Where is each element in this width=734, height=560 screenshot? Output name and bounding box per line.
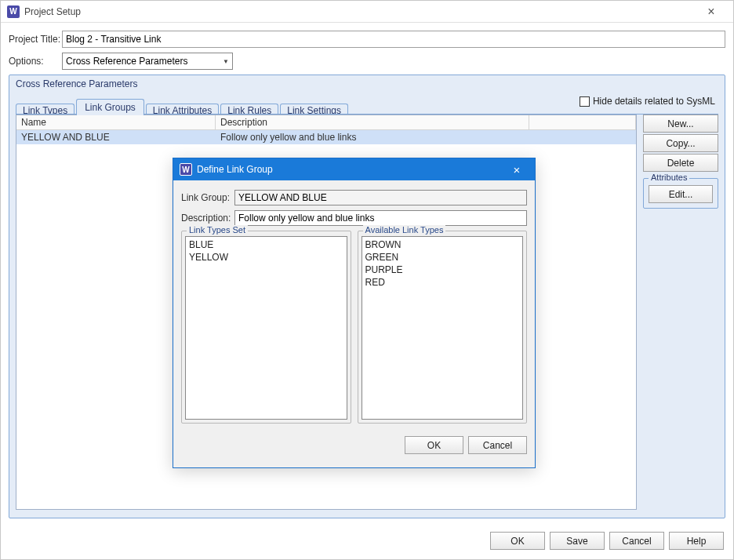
list-item[interactable]: GREEN	[365, 251, 520, 264]
dlg-link-group-input[interactable]	[234, 190, 527, 205]
project-title-input[interactable]	[62, 31, 725, 48]
list-item[interactable]: BROWN	[365, 238, 520, 251]
table-header: Name Description	[16, 115, 636, 130]
dlg-cancel-button[interactable]: Cancel	[468, 436, 527, 454]
ok-button[interactable]: OK	[490, 532, 545, 550]
list-item[interactable]: YELLOW	[189, 251, 343, 264]
close-icon[interactable]: ×	[696, 5, 727, 19]
help-button[interactable]: Help	[669, 532, 724, 550]
dlg-link-group-row: Link Group:	[181, 190, 527, 205]
project-title-row: Project Title:	[9, 31, 725, 48]
dialog-app-icon: W	[180, 163, 192, 176]
dlg-description-label: Description:	[181, 213, 234, 224]
dlg-description-input[interactable]	[234, 210, 527, 226]
copy-button[interactable]: Copy...	[643, 134, 718, 152]
list-item[interactable]: RED	[365, 276, 520, 289]
col-spacer	[529, 115, 636, 130]
options-row: Options: Cross Reference Parameters ▼	[9, 53, 725, 70]
chevron-down-icon: ▼	[223, 58, 229, 65]
dlg-link-group-label: Link Group:	[181, 192, 234, 203]
cell-name: YELLOW AND BLUE	[16, 130, 216, 144]
dialog-close-icon[interactable]: ×	[505, 163, 529, 176]
dialog-body: Link Group: Description: Link Types Set …	[173, 180, 535, 431]
available-legend: Available Link Types	[363, 225, 446, 235]
col-name[interactable]: Name	[16, 115, 216, 130]
window-title: Project Setup	[24, 6, 696, 17]
delete-button[interactable]: Delete	[643, 154, 718, 172]
save-button[interactable]: Save	[550, 532, 605, 550]
cancel-button[interactable]: Cancel	[609, 532, 664, 550]
set-legend: Link Types Set	[187, 225, 248, 235]
link-types-set-fieldset: Link Types Set BLUE YELLOW	[181, 231, 351, 424]
cell-description: Follow only yellow and blue links	[216, 130, 636, 144]
app-icon: W	[7, 5, 20, 18]
dialog-footer: OK Cancel	[173, 431, 535, 462]
list-groups: Link Types Set BLUE YELLOW Available Lin…	[181, 231, 527, 424]
footer-buttons: OK Save Cancel Help	[490, 532, 724, 550]
form-area: Project Title: Options: Cross Reference …	[1, 23, 733, 70]
options-combo-value: Cross Reference Parameters	[66, 56, 187, 67]
sysml-label: Hide details related to SysML	[593, 96, 715, 107]
link-types-set-list[interactable]: BLUE YELLOW	[185, 236, 347, 420]
list-item[interactable]: BLUE	[189, 238, 343, 251]
new-button[interactable]: New...	[643, 115, 718, 133]
available-link-types-list[interactable]: BROWN GREEN PURPLE RED	[362, 236, 524, 420]
dlg-ok-button[interactable]: OK	[405, 436, 463, 454]
panel-title: Cross Reference Parameters	[9, 75, 725, 93]
options-combo[interactable]: Cross Reference Parameters ▼	[62, 53, 233, 70]
tab-link-groups[interactable]: Link Groups	[76, 99, 144, 115]
available-link-types-fieldset: Available Link Types BROWN GREEN PURPLE …	[358, 231, 528, 424]
table-row[interactable]: YELLOW AND BLUE Follow only yellow and b…	[16, 130, 636, 144]
edit-button[interactable]: Edit...	[649, 185, 713, 203]
side-buttons: New... Copy... Delete Attributes Edit...	[643, 115, 718, 510]
project-title-label: Project Title:	[9, 34, 62, 45]
attributes-legend: Attributes	[649, 173, 689, 182]
define-link-group-dialog: W Define Link Group × Link Group: Descri…	[173, 158, 536, 468]
sysml-checkbox[interactable]	[580, 96, 590, 107]
titlebar: W Project Setup ×	[1, 1, 733, 23]
dlg-description-row: Description:	[181, 210, 527, 226]
dialog-title: Define Link Group	[197, 164, 505, 175]
dialog-titlebar[interactable]: W Define Link Group ×	[173, 158, 535, 180]
options-label: Options:	[9, 56, 62, 67]
list-item[interactable]: PURPLE	[365, 264, 520, 276]
sysml-checkbox-row[interactable]: Hide details related to SysML	[580, 96, 715, 107]
col-description[interactable]: Description	[216, 115, 529, 130]
attributes-fieldset: Attributes Edit...	[643, 178, 718, 209]
